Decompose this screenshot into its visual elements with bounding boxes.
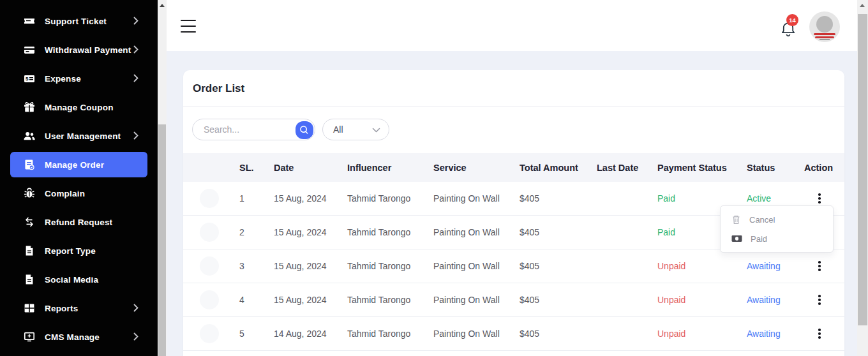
scroll-up-arrow-icon[interactable]	[160, 4, 165, 7]
cell-date: 15 Aug, 2024	[265, 295, 338, 305]
scroll-up-arrow-icon[interactable]	[860, 4, 865, 7]
refund-arrows-icon	[23, 216, 36, 228]
cell-service: Painting On Wall	[424, 227, 511, 237]
sidebar-item-complain[interactable]: Complain	[10, 181, 147, 206]
filter-dropdown[interactable]: All	[322, 119, 389, 140]
user-avatar[interactable]	[809, 11, 840, 42]
avatar-watermark	[815, 36, 834, 38]
cell-influencer: Tahmid Tarongo	[338, 227, 424, 237]
sidebar-item-label: Complain	[45, 189, 85, 198]
sidebar-item-support-ticket[interactable]: Support Ticket	[10, 8, 147, 34]
action-menu-item-paid[interactable]: Paid	[721, 229, 833, 248]
column-header-service: Service	[424, 163, 511, 173]
sidebar-scrollbar[interactable]	[158, 0, 167, 356]
sidebar: Support Ticket Withdrawal Payment $ Expe…	[0, 0, 158, 356]
ticket-icon	[23, 15, 36, 27]
sidebar-item-label: Social Media	[45, 275, 98, 285]
filter-selected-value: All	[333, 124, 343, 135]
row-image-placeholder	[200, 290, 219, 309]
main-content: Order List All	[167, 51, 857, 356]
search-input[interactable]	[204, 120, 290, 139]
cell-influencer: Tahmid Tarongo	[338, 295, 424, 305]
sidebar-item-manage-coupon[interactable]: Manage Coupon	[10, 94, 147, 120]
notification-badge: 14	[786, 14, 798, 26]
cell-influencer: Tahmid Tarongo	[338, 193, 424, 204]
file-icon	[23, 273, 36, 286]
row-image-placeholder	[200, 189, 219, 208]
sidebar-item-label: Reports	[45, 304, 78, 313]
topbar: 14	[167, 0, 857, 51]
scrollbar-thumb[interactable]	[858, 14, 867, 325]
cell-sl: 3	[230, 261, 265, 271]
cell-payment-status: Unpaid	[648, 261, 738, 271]
row-action-kebab-icon[interactable]	[811, 189, 828, 207]
cell-total-amount: $405	[511, 329, 588, 339]
cell-service: Painting On Wall	[424, 295, 511, 305]
page-scrollbar[interactable]	[857, 0, 868, 356]
svg-text:$: $	[26, 76, 29, 82]
row-action-kebab-icon[interactable]	[811, 291, 828, 309]
cell-date: 15 Aug, 2024	[265, 193, 338, 204]
bug-icon	[23, 187, 36, 200]
row-image-placeholder	[200, 223, 219, 242]
row-action-kebab-icon[interactable]	[811, 325, 828, 343]
row-action-kebab-icon[interactable]	[811, 257, 828, 275]
column-header-payment-status: Payment Status	[648, 163, 738, 173]
page-title: Order List	[183, 70, 844, 95]
sidebar-item-social-media[interactable]: Social Media	[10, 267, 147, 292]
chevron-right-icon	[133, 131, 138, 140]
hamburger-menu-icon[interactable]	[181, 20, 196, 33]
card-icon	[23, 43, 36, 56]
table-row: 4 15 Aug, 2024 Tahmid Tarongo Painting O…	[183, 283, 844, 317]
cell-total-amount: $405	[511, 193, 588, 204]
column-header-last-date: Last Date	[588, 163, 648, 173]
cell-service: Painting On Wall	[424, 329, 511, 339]
column-header-total-amount: Total Amount	[511, 163, 588, 173]
search-button[interactable]	[296, 121, 313, 139]
notification-bell-icon[interactable]: 14	[779, 18, 800, 40]
sidebar-item-reports[interactable]: Reports	[10, 295, 147, 321]
chevron-right-icon	[133, 74, 138, 82]
row-image-placeholder	[200, 256, 219, 276]
monitor-icon	[23, 330, 36, 343]
cell-sl: 5	[230, 329, 265, 339]
sidebar-item-label: CMS Manage	[45, 332, 100, 342]
sidebar-item-refund-request[interactable]: Refund Request	[10, 209, 147, 235]
sidebar-item-label: Withdrawal Payment	[45, 45, 131, 55]
cell-influencer: Tahmid Tarongo	[338, 261, 424, 271]
sidebar-item-withdrawal-payment[interactable]: Withdrawal Payment	[10, 37, 147, 63]
cell-status: Awaiting	[738, 295, 795, 305]
action-menu-item-label: Paid	[751, 234, 767, 244]
table-toolbar: All	[183, 107, 844, 153]
column-header-influencer: Influencer	[338, 163, 424, 173]
table-row: 3 15 Aug, 2024 Tahmid Tarongo Painting O…	[183, 249, 844, 283]
order-doc-icon	[23, 158, 36, 171]
search-icon	[299, 125, 309, 135]
sidebar-item-user-management[interactable]: User Management	[10, 123, 147, 149]
sidebar-item-report-type[interactable]: Report Type	[10, 238, 147, 263]
row-action-menu: Cancel Paid	[720, 205, 834, 253]
column-header-date: Date	[265, 163, 338, 173]
cell-date: 14 Aug, 2024	[265, 329, 338, 339]
sidebar-item-label: Support Ticket	[45, 17, 107, 26]
scrollbar-thumb[interactable]	[158, 124, 166, 356]
cell-sl: 1	[230, 193, 265, 204]
cell-sl: 2	[230, 227, 265, 237]
action-menu-item-label: Cancel	[749, 215, 775, 225]
sidebar-item-expense[interactable]: $ Expense	[10, 66, 147, 91]
sidebar-item-label: Report Type	[45, 246, 96, 256]
expense-icon: $	[23, 72, 36, 85]
sidebar-item-cms-manage[interactable]: CMS Manage	[10, 324, 147, 350]
action-menu-item-cancel[interactable]: Cancel	[721, 210, 833, 229]
sidebar-item-manage-order[interactable]: Manage Order	[10, 152, 147, 177]
cell-sl: 4	[230, 295, 265, 305]
chevron-right-icon	[133, 17, 138, 25]
cell-payment-status: Paid	[648, 193, 738, 204]
cell-date: 15 Aug, 2024	[265, 227, 338, 237]
banknote-icon	[731, 235, 742, 242]
chevron-down-icon	[372, 128, 380, 133]
cell-payment-status: Unpaid	[648, 295, 738, 305]
chevron-right-icon	[133, 304, 138, 312]
sidebar-item-label: User Management	[45, 131, 121, 141]
avatar-watermark	[814, 33, 835, 35]
